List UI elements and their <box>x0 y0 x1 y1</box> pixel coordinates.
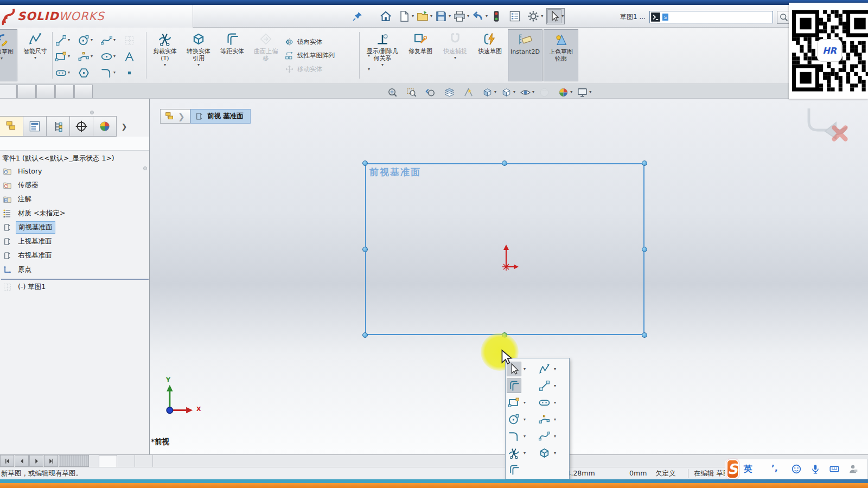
ribbon-tab[interactable] <box>74 85 93 99</box>
ribbon-button[interactable]: 剪裁实体(T)▾ <box>148 29 182 81</box>
ime-tool-icon[interactable] <box>752 463 764 475</box>
panel-tab[interactable] <box>93 116 117 137</box>
sketch-entity-button[interactable]: ▾ <box>54 32 77 48</box>
chevron-down-icon[interactable]: ▾ <box>449 14 451 18</box>
chevron-down-icon[interactable]: ▾ <box>552 418 558 422</box>
quick-tool-button[interactable]: ▾ <box>471 9 488 23</box>
context-tool-icon[interactable] <box>537 446 552 460</box>
quick-tool-icon[interactable] <box>508 9 522 23</box>
feature-tree-item[interactable]: 传感器 <box>1 178 149 192</box>
sketch-entity-button[interactable]: ▾ <box>123 65 145 81</box>
view-tool-icon[interactable] <box>557 86 570 99</box>
feature-tree-item-label[interactable]: 材质 <未指定> <box>16 208 67 219</box>
ime-tool-button[interactable] <box>847 463 859 475</box>
view-tool-button[interactable]: ▾ <box>500 86 515 99</box>
tab-nav-prev-button[interactable] <box>15 455 29 467</box>
view-tool-button[interactable]: ▾ <box>519 86 534 99</box>
quick-tool-icon[interactable] <box>434 9 448 23</box>
chevron-down-icon[interactable]: ▾ <box>467 14 469 18</box>
panel-expand-arrow[interactable]: ❯ <box>117 116 132 137</box>
quick-tool-icon[interactable] <box>379 9 393 23</box>
ime-tool-icon[interactable] <box>828 463 840 475</box>
ribbon-button[interactable]: 修复草图▾ <box>404 29 437 81</box>
chevron-down-icon[interactable]: ▾ <box>521 401 528 405</box>
chevron-down-icon[interactable]: ▾ <box>113 54 119 59</box>
sketch-entity-icon[interactable] <box>100 34 113 47</box>
quick-tool-button[interactable]: ▾ <box>397 9 414 23</box>
quick-tool-button[interactable]: ▾ <box>489 9 507 23</box>
ribbon-row-button[interactable]: 镜向实体▾ <box>284 35 370 49</box>
chevron-down-icon[interactable]: ▾ <box>552 401 558 405</box>
sketch-entity-button[interactable]: ▾ <box>54 65 77 81</box>
chevron-down-icon[interactable]: ▾ <box>430 14 432 18</box>
sketch-entity-button[interactable]: ▾ <box>77 48 100 65</box>
ime-tool-button[interactable] <box>809 463 821 475</box>
sketch-entity-button[interactable]: ▾ <box>100 65 123 81</box>
panel-tab-icon[interactable] <box>98 119 112 133</box>
chevron-down-icon[interactable]: ▾ <box>113 70 119 75</box>
context-tool-icon[interactable] <box>537 429 552 444</box>
feature-tree-item-label[interactable]: 注解 <box>16 194 34 205</box>
ribbon-tab[interactable] <box>17 85 36 99</box>
context-tool-icon[interactable] <box>537 395 552 410</box>
panel-tab-icon[interactable] <box>51 119 65 133</box>
chevron-down-icon[interactable]: ▾ <box>381 63 384 67</box>
quick-tool-button[interactable]: ▾ <box>452 9 470 23</box>
sketch-entity-icon[interactable] <box>77 50 91 63</box>
view-tool-icon[interactable] <box>500 86 513 99</box>
document-tab[interactable] <box>99 455 117 467</box>
chevron-down-icon[interactable]: ▾ <box>412 14 414 18</box>
quick-tool-button[interactable]: ▾ <box>434 9 451 23</box>
context-tool-button[interactable]: ▾ <box>507 461 537 478</box>
panel-tab[interactable] <box>23 116 47 137</box>
view-tool-button[interactable]: ▾ <box>481 86 496 99</box>
feature-tree-item-label[interactable]: 原点 <box>16 264 34 275</box>
view-tool-icon[interactable] <box>481 86 494 99</box>
feature-tree-item-label[interactable]: 前视基准面 <box>16 221 55 234</box>
chevron-down-icon[interactable]: ▾ <box>521 418 528 422</box>
feature-tree-item[interactable]: 前视基准面 <box>1 220 149 234</box>
ribbon-button[interactable]: 曲面上偏移▾ <box>249 29 283 81</box>
view-tool-button[interactable]: ▾ <box>576 86 591 99</box>
chevron-down-icon[interactable]: ▾ <box>1 56 3 61</box>
ribbon-button[interactable]: 快速草图▾ <box>473 29 507 81</box>
chevron-down-icon[interactable]: ▾ <box>589 90 591 94</box>
quick-tool-icon[interactable] <box>526 9 540 23</box>
view-tool-button[interactable]: ▾ <box>443 86 458 99</box>
quick-tool-icon[interactable] <box>452 9 467 23</box>
view-tool-button[interactable]: ▾ <box>557 86 572 99</box>
context-tool-icon[interactable] <box>537 378 552 393</box>
sketch-entity-icon[interactable] <box>123 50 136 63</box>
context-tool-icon[interactable] <box>507 446 521 460</box>
view-tool-icon[interactable] <box>576 86 589 99</box>
context-tool-button[interactable]: ▾ <box>507 377 537 394</box>
feature-tree-item[interactable]: 注解 <box>1 192 149 206</box>
select-tool-button[interactable]: ▾ <box>546 8 565 24</box>
ime-tool-icon[interactable] <box>809 463 821 475</box>
document-name[interactable]: 草图1 ... <box>620 12 646 22</box>
context-tool-button[interactable]: ▾ <box>537 361 567 377</box>
ime-tool-button[interactable]: ’, <box>771 463 783 475</box>
chevron-down-icon[interactable]: ▾ <box>532 90 534 94</box>
feature-tree-root[interactable]: 零件1 (默认<<默认>_显示状态 1>) <box>2 154 114 163</box>
sketch-entity-button[interactable]: ▾ <box>54 48 77 65</box>
ribbon-button[interactable]: 显示/删除几何关系▾ <box>362 29 403 81</box>
plane-handle[interactable] <box>362 160 368 166</box>
context-tool-button[interactable]: ▾ <box>507 394 537 411</box>
quick-tool-icon[interactable] <box>397 9 411 23</box>
tab-nav-next-button[interactable] <box>29 455 43 467</box>
feature-tree-item[interactable]: 原点 <box>1 262 149 277</box>
chevron-down-icon[interactable]: ▾ <box>68 70 73 75</box>
search-value[interactable]: s <box>662 14 668 21</box>
context-tool-button[interactable]: ▾ <box>537 411 567 428</box>
tab-nav-last-button[interactable] <box>44 455 58 467</box>
chevron-down-icon[interactable]: ▾ <box>541 14 543 18</box>
context-tool-icon[interactable] <box>537 412 552 427</box>
chevron-down-icon[interactable]: ▾ <box>521 434 528 439</box>
view-tool-icon[interactable] <box>519 86 532 99</box>
plane-handle[interactable] <box>642 332 647 338</box>
feature-tree-item[interactable]: 右视基准面 <box>1 248 149 262</box>
document-tab[interactable] <box>117 455 135 467</box>
sketch-entity-button[interactable]: ▾ <box>100 32 123 48</box>
cancel-sketch-icon[interactable] <box>830 124 850 143</box>
